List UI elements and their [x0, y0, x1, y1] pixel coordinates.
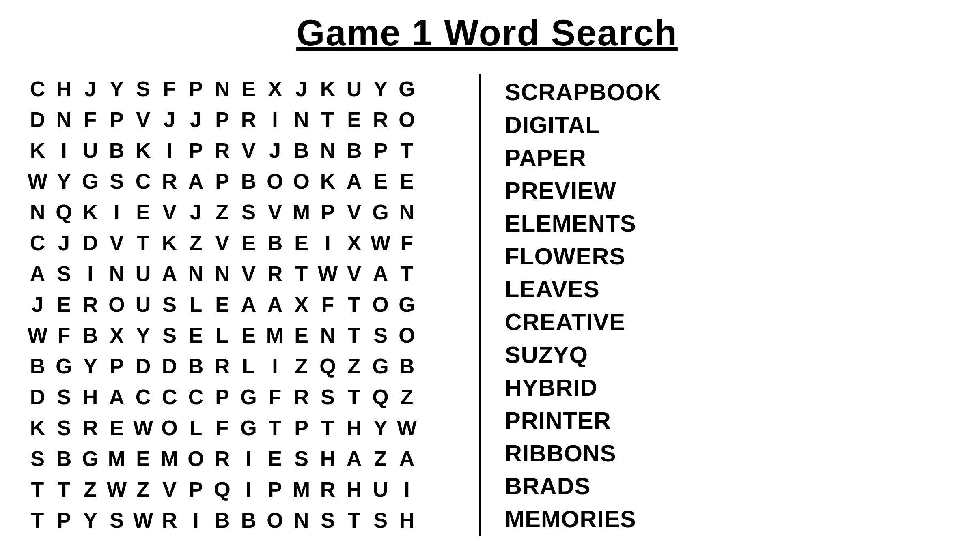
grid-cell: N — [288, 506, 315, 535]
grid-row: TPYSWRIBBONSTSH — [24, 506, 455, 535]
grid-cell: N — [288, 105, 315, 134]
grid-cell: A — [183, 167, 209, 196]
grid-cell: W — [130, 413, 156, 442]
grid-cell: Q — [367, 382, 394, 412]
grid-cell: I — [183, 506, 209, 535]
grid-cell: W — [130, 506, 156, 535]
grid-cell: J — [183, 105, 209, 134]
grid-cell: T — [262, 413, 288, 442]
grid-cell: S — [315, 506, 341, 535]
grid-cell: T — [315, 105, 341, 134]
word-list: SCRAPBOOKDIGITALPAPERPREVIEWELEMENTSFLOW… — [505, 74, 950, 532]
grid-cell: E — [394, 167, 420, 196]
grid-cell: K — [156, 228, 183, 257]
grid-cell: O — [367, 290, 394, 319]
grid-cell: A — [262, 290, 288, 319]
grid-cell: Z — [394, 382, 420, 412]
grid-cell: R — [262, 259, 288, 288]
word-item: PRINTER — [505, 407, 950, 434]
grid-cell: V — [341, 259, 367, 288]
grid-cell: M — [288, 475, 315, 504]
grid-cell: B — [235, 506, 262, 535]
grid-cell: B — [24, 352, 51, 381]
grid-cell: C — [24, 74, 51, 103]
grid-cell: L — [235, 352, 262, 381]
grid-cell: A — [103, 382, 130, 412]
grid-cell: W — [103, 475, 130, 504]
grid-cell: R — [156, 506, 183, 535]
grid-cell: C — [130, 167, 156, 196]
word-item: SCRAPBOOK — [505, 78, 950, 105]
grid-cell: I — [262, 105, 288, 134]
grid-cell: G — [77, 167, 103, 196]
grid-cell: B — [77, 321, 103, 350]
grid-cell: Z — [367, 444, 394, 473]
main-content: CHJYSFPNEXJKUYGDNFPVJJPRINTEROKIUBKIPRVJ… — [24, 74, 950, 536]
grid-cell: A — [24, 259, 51, 288]
grid-cell: Y — [130, 321, 156, 350]
grid-cell: R — [77, 413, 103, 442]
grid-row: TTZWZVPQIPMRHUI — [24, 475, 455, 504]
grid-cell: O — [288, 167, 315, 196]
grid-cell: A — [367, 259, 394, 288]
grid-cell: S — [315, 382, 341, 412]
grid-cell: D — [156, 352, 183, 381]
grid-cell: L — [209, 321, 235, 350]
grid-row: SBGMEMORIESHAZA — [24, 444, 455, 473]
grid-cell: M — [262, 321, 288, 350]
grid-cell: X — [288, 290, 315, 319]
grid-row: DSHACCCPGFRSTQZ — [24, 382, 455, 412]
grid-cell: S — [51, 259, 77, 288]
grid-row: CJDVTKZVEBEIXWF — [24, 228, 455, 257]
word-item: DIGITAL — [505, 111, 950, 138]
grid-cell: V — [235, 136, 262, 165]
grid-cell: S — [51, 382, 77, 412]
grid-cell: N — [209, 259, 235, 288]
grid-cell: M — [288, 197, 315, 227]
grid-row: ASINUANNVRTWVAT — [24, 259, 455, 288]
grid-cell: R — [209, 136, 235, 165]
grid-cell: I — [394, 475, 420, 504]
grid-cell: H — [51, 74, 77, 103]
grid-cell: T — [24, 506, 51, 535]
grid-cell: S — [156, 321, 183, 350]
grid-cell: I — [51, 136, 77, 165]
word-item: MEMORIES — [505, 505, 950, 532]
grid-cell: D — [77, 228, 103, 257]
grid-cell: N — [315, 321, 341, 350]
grid-cell: B — [394, 352, 420, 381]
grid-cell: P — [183, 74, 209, 103]
grid-row: BGYPDDBRLIZQZGB — [24, 352, 455, 381]
grid-cell: W — [315, 259, 341, 288]
grid-cell: O — [156, 413, 183, 442]
grid-cell: Q — [209, 475, 235, 504]
grid-cell: E — [341, 105, 367, 134]
grid-cell: S — [24, 444, 51, 473]
grid-cell: C — [24, 228, 51, 257]
grid-cell: B — [341, 136, 367, 165]
grid-cell: Z — [209, 197, 235, 227]
grid-cell: P — [288, 413, 315, 442]
grid-cell: W — [24, 167, 51, 196]
grid-cell: R — [235, 105, 262, 134]
grid-cell: S — [156, 290, 183, 319]
grid-cell: I — [315, 228, 341, 257]
grid-cell: F — [51, 321, 77, 350]
grid-cell: P — [103, 105, 130, 134]
grid-cell: Y — [51, 167, 77, 196]
grid-cell: A — [341, 444, 367, 473]
grid-cell: N — [315, 136, 341, 165]
grid-cell: A — [394, 444, 420, 473]
grid-row: KSREWOLFGTPTHYW — [24, 413, 455, 442]
grid-cell: S — [235, 197, 262, 227]
grid-cell: E — [367, 167, 394, 196]
grid-cell: N — [394, 197, 420, 227]
word-item: PAPER — [505, 144, 950, 171]
grid-cell: Z — [288, 352, 315, 381]
grid-cell: U — [367, 475, 394, 504]
grid-cell: G — [367, 197, 394, 227]
grid-cell: A — [156, 259, 183, 288]
grid-cell: V — [103, 228, 130, 257]
grid-cell: E — [130, 197, 156, 227]
grid-row: WYGSCRAPBOOKAEE — [24, 167, 455, 196]
